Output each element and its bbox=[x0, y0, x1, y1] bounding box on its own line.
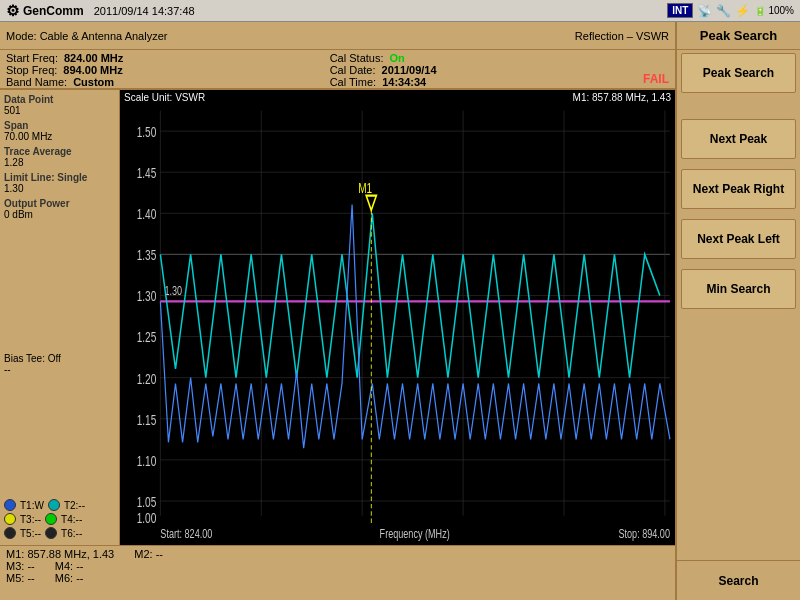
mode-label: Mode: Cable & Antenna Analyzer bbox=[6, 30, 167, 42]
trace-t4-dot bbox=[45, 513, 57, 525]
svg-text:1.40: 1.40 bbox=[137, 206, 157, 222]
marker-m2: M2: -- bbox=[134, 548, 163, 560]
svg-text:1.00: 1.00 bbox=[137, 510, 157, 526]
output-power-label: Output Power bbox=[4, 198, 115, 209]
limit-line-value: 1.30 bbox=[4, 183, 115, 194]
trace-legend: T1:W T2:-- T3:-- T4:-- T5:-- T6 bbox=[4, 499, 115, 541]
cal-status-value: On bbox=[389, 52, 404, 64]
svg-text:1.10: 1.10 bbox=[137, 453, 157, 469]
svg-text:1.30: 1.30 bbox=[164, 284, 182, 298]
search-bottom-label[interactable]: Search bbox=[677, 560, 800, 600]
trace-t6-label: T6:-- bbox=[61, 528, 82, 539]
datetime: 2011/09/14 14:37:48 bbox=[94, 5, 195, 17]
status-icons: INT 📡 🔧 ⚡ 🔋 100% bbox=[667, 3, 794, 18]
span-label: Span bbox=[4, 120, 115, 131]
bias-tee-value: -- bbox=[4, 364, 115, 375]
battery-level: 100% bbox=[768, 5, 794, 16]
min-search-button[interactable]: Min Search bbox=[681, 269, 796, 309]
trace-t3-label: T3:-- bbox=[20, 514, 41, 525]
output-power-value: 0 dBm bbox=[4, 209, 115, 220]
svg-text:1.05: 1.05 bbox=[137, 494, 157, 510]
trace-avg-value: 1.28 bbox=[4, 157, 115, 168]
stop-freq-value: 894.00 MHz bbox=[63, 64, 122, 76]
limit-line-label: Limit Line: Single bbox=[4, 172, 115, 183]
bias-tee-label: Bias Tee: Off bbox=[4, 353, 115, 364]
svg-text:1.35: 1.35 bbox=[137, 247, 157, 263]
start-freq-label: Start Freq: bbox=[6, 52, 58, 64]
cal-time-value: 14:34:34 bbox=[382, 76, 426, 88]
info-section: Start Freq: 824.00 MHz Stop Freq: 894.00… bbox=[0, 50, 675, 90]
trace-avg-label: Trace Average bbox=[4, 146, 115, 157]
svg-text:1.30: 1.30 bbox=[137, 289, 157, 305]
gear-icon: ⚙ bbox=[6, 2, 19, 20]
cal-date-label: Cal Date: bbox=[330, 64, 376, 76]
data-point-value: 501 bbox=[4, 105, 115, 116]
cal-time-label: Cal Time: bbox=[330, 76, 376, 88]
next-peak-button[interactable]: Next Peak bbox=[681, 119, 796, 159]
scale-unit-label: Scale Unit: VSWR bbox=[124, 92, 205, 103]
header-row: Mode: Cable & Antenna Analyzer Reflectio… bbox=[0, 22, 675, 50]
svg-text:M1: M1 bbox=[358, 180, 372, 196]
svg-text:1.50: 1.50 bbox=[137, 124, 157, 140]
trace-t2-label: T2:-- bbox=[64, 500, 85, 511]
chart-area: Scale Unit: VSWR M1: 857.88 MHz, 1.43 bbox=[120, 90, 675, 545]
peak-search-button[interactable]: Peak Search bbox=[681, 53, 796, 93]
next-peak-right-button[interactable]: Next Peak Right bbox=[681, 169, 796, 209]
chart-svg: 1.50 1.45 1.40 1.35 1.30 1.25 1.20 1.15 … bbox=[120, 90, 675, 545]
stop-freq-label: Stop Freq: bbox=[6, 64, 57, 76]
trace-t1-dot bbox=[4, 499, 16, 511]
svg-text:1.15: 1.15 bbox=[137, 412, 157, 428]
fail-badge: FAIL bbox=[643, 72, 669, 86]
svg-text:Stop: 894.00: Stop: 894.00 bbox=[618, 526, 669, 540]
cal-status-label: Cal Status: bbox=[330, 52, 384, 64]
svg-text:Frequency (MHz): Frequency (MHz) bbox=[380, 526, 450, 540]
marker-m3: M3: -- bbox=[6, 560, 35, 572]
trace-t5-dot bbox=[4, 527, 16, 539]
next-peak-left-button[interactable]: Next Peak Left bbox=[681, 219, 796, 259]
app-name: GenComm bbox=[23, 4, 84, 18]
band-name-label: Band Name: bbox=[6, 76, 67, 88]
measurement-label: Reflection – VSWR bbox=[575, 30, 669, 42]
right-panel-title: Peak Search bbox=[677, 22, 800, 50]
svg-text:1.25: 1.25 bbox=[137, 330, 157, 346]
antenna-icon: 🔧 bbox=[716, 4, 731, 18]
chart-params-panel: Data Point 501 Span 70.00 MHz Trace Aver… bbox=[0, 90, 120, 545]
bluetooth-icon: ⚡ bbox=[735, 4, 750, 18]
trace-t4-label: T4:-- bbox=[61, 514, 82, 525]
battery-indicator: 🔋 100% bbox=[754, 5, 794, 16]
trace-t2-dot bbox=[48, 499, 60, 511]
marker-m1-label: M1: 857.88 MHz, 1.43 bbox=[573, 92, 671, 103]
marker-m5: M5: -- bbox=[6, 572, 35, 584]
right-panel: Peak Search Peak Search Next Peak Next P… bbox=[675, 22, 800, 600]
trace-t3-dot bbox=[4, 513, 16, 525]
band-name-value: Custom bbox=[73, 76, 114, 88]
trace-t5-label: T5:-- bbox=[20, 528, 41, 539]
svg-text:1.45: 1.45 bbox=[137, 165, 157, 181]
trace-t1-label: T1:W bbox=[20, 500, 44, 511]
svg-text:1.20: 1.20 bbox=[137, 371, 157, 387]
marker-m1: M1: 857.88 MHz, 1.43 bbox=[6, 548, 114, 560]
cal-date-value: 2011/09/14 bbox=[382, 64, 437, 76]
bottom-markers: M1: 857.88 MHz, 1.43 M2: -- M3: -- M4: -… bbox=[0, 545, 675, 600]
span-value: 70.00 MHz bbox=[4, 131, 115, 142]
marker-m6: M6: -- bbox=[55, 572, 84, 584]
int-badge: INT bbox=[667, 3, 693, 18]
svg-text:Start: 824.00: Start: 824.00 bbox=[160, 526, 212, 540]
app-logo: ⚙ GenComm bbox=[6, 2, 84, 20]
trace-t6-dot bbox=[45, 527, 57, 539]
signal-icon: 📡 bbox=[697, 4, 712, 18]
start-freq-value: 824.00 MHz bbox=[64, 52, 123, 64]
top-bar: ⚙ GenComm 2011/09/14 14:37:48 INT 📡 🔧 ⚡ … bbox=[0, 0, 800, 22]
battery-icon: 🔋 bbox=[754, 5, 766, 16]
marker-m4: M4: -- bbox=[55, 560, 84, 572]
data-point-label: Data Point bbox=[4, 94, 115, 105]
